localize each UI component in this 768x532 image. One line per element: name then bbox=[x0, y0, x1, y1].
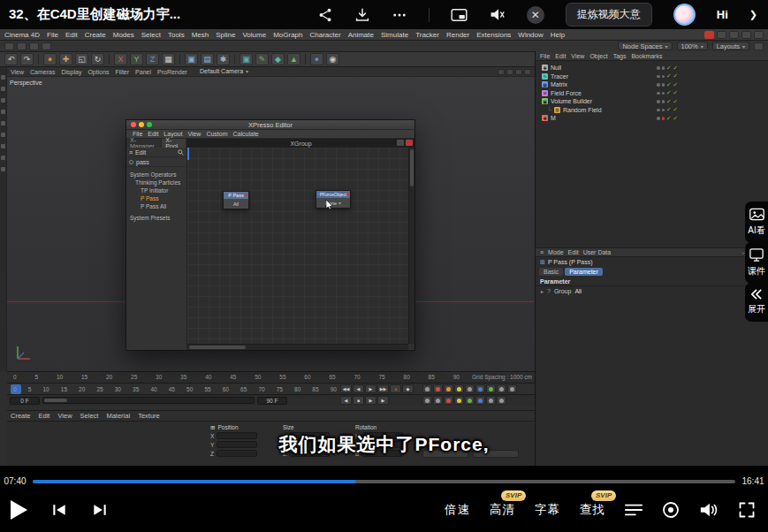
c4d-menu-item[interactable]: Window bbox=[518, 31, 543, 39]
add-volume-icon[interactable]: ◆ bbox=[271, 53, 285, 65]
object-row[interactable]: ≋ Field Force ✓✓ bbox=[536, 89, 768, 98]
next-key-button[interactable]: ▶▶ bbox=[377, 384, 389, 393]
hamburger-icon[interactable]: ≡ bbox=[129, 149, 133, 156]
layout-preset-icon[interactable] bbox=[741, 31, 751, 39]
viewport-menu-item[interactable]: Display bbox=[61, 69, 81, 75]
c4d-menu-item[interactable]: Select bbox=[141, 31, 161, 39]
xpresso-menu-item[interactable]: Calculate bbox=[233, 131, 259, 137]
tool-option-icon[interactable] bbox=[42, 42, 51, 50]
xgroup-close-icon[interactable] bbox=[406, 140, 413, 146]
mini-player-icon[interactable] bbox=[451, 8, 468, 22]
object-row[interactable]: └ ◍ Random Field ✓✓ bbox=[536, 106, 768, 115]
key-toggle[interactable] bbox=[497, 384, 506, 393]
object-row[interactable]: ∿ Tracer ✓✓ bbox=[536, 72, 768, 81]
xpresso-menu-item[interactable]: Custom bbox=[206, 131, 227, 137]
goto-next-frame-button[interactable]: ▶ bbox=[377, 396, 389, 405]
attribute-menu-item[interactable]: User Data bbox=[583, 249, 612, 255]
xpool-edit-menu[interactable]: Edit bbox=[135, 149, 146, 156]
om-menu-item[interactable]: View bbox=[571, 53, 584, 59]
share-icon[interactable] bbox=[317, 7, 333, 23]
group-value[interactable]: All bbox=[574, 288, 582, 294]
c4d-menu-item[interactable]: Modes bbox=[113, 31, 134, 39]
add-mograph-icon[interactable]: ▲ bbox=[287, 53, 300, 65]
tree-item[interactable]: System Presets bbox=[130, 214, 186, 222]
add-cube-icon[interactable]: ▣ bbox=[240, 53, 253, 65]
previous-episode-button[interactable] bbox=[50, 501, 68, 519]
slider-thumb[interactable] bbox=[44, 399, 67, 402]
tree-item-selected[interactable]: P Pass bbox=[130, 194, 186, 202]
tool-option-icon[interactable] bbox=[4, 42, 14, 50]
key-option[interactable] bbox=[444, 396, 453, 405]
axis-z-button[interactable]: Z bbox=[146, 53, 159, 65]
viewport-menu-item[interactable]: ProRender bbox=[157, 69, 187, 75]
c4d-menu-item[interactable]: Simulate bbox=[381, 31, 408, 39]
key-toggle[interactable] bbox=[507, 384, 517, 393]
layouts-select[interactable]: Layouts▾ bbox=[712, 42, 749, 50]
material-menu-item[interactable]: Select bbox=[80, 412, 99, 420]
viewport-label[interactable]: Perspective bbox=[10, 80, 42, 86]
view-toggle-icon[interactable] bbox=[498, 69, 505, 75]
c4d-menu-item[interactable]: Volume bbox=[242, 31, 266, 39]
coordinate-system-icon[interactable]: ▦ bbox=[162, 53, 175, 65]
material-menu-item[interactable]: Texture bbox=[138, 412, 160, 420]
om-menu-item[interactable]: File bbox=[540, 53, 550, 59]
notification-icon[interactable] bbox=[704, 31, 714, 39]
close-button[interactable]: ✕ bbox=[527, 6, 544, 24]
attribute-menu-item[interactable]: Edit bbox=[568, 249, 579, 255]
scale-tool-icon[interactable]: ◱ bbox=[75, 53, 88, 65]
caption-button[interactable]: 字幕 bbox=[535, 502, 560, 518]
more-icon[interactable] bbox=[392, 7, 407, 23]
tree-item[interactable]: System Operators bbox=[130, 171, 186, 179]
input-port[interactable] bbox=[317, 193, 320, 195]
layout-preset-icon[interactable] bbox=[754, 31, 764, 39]
hamburger-icon[interactable]: ≡ bbox=[540, 249, 544, 255]
key-option[interactable] bbox=[465, 396, 475, 405]
key-toggle[interactable] bbox=[422, 384, 432, 393]
key-toggle[interactable] bbox=[454, 384, 464, 393]
view-toggle-icon[interactable] bbox=[515, 69, 522, 75]
download-icon[interactable] bbox=[354, 7, 370, 23]
rotate-tool-icon[interactable]: ↻ bbox=[91, 53, 104, 65]
key-toggle[interactable] bbox=[444, 384, 453, 393]
c4d-menu-item[interactable]: Character bbox=[310, 31, 341, 39]
move-tool-icon[interactable]: ✚ bbox=[59, 53, 72, 65]
fullscreen-icon[interactable] bbox=[738, 501, 756, 519]
goto-start-button[interactable]: ◀◀ bbox=[340, 384, 352, 393]
play-button[interactable] bbox=[11, 500, 27, 520]
play-forward-button[interactable]: ▶ bbox=[365, 384, 376, 393]
axis-x-button[interactable]: X bbox=[114, 53, 127, 65]
panel-icon[interactable] bbox=[754, 42, 764, 50]
xpresso-titlebar[interactable]: XPresso Editor bbox=[126, 120, 414, 130]
c4d-menu-item[interactable]: Spline bbox=[216, 31, 235, 39]
viewport-menu-item[interactable]: Cameras bbox=[30, 69, 55, 75]
xpresso-menu-item[interactable]: Edit bbox=[148, 131, 158, 137]
material-menu-item[interactable]: Create bbox=[11, 412, 31, 420]
om-menu-item[interactable]: Object bbox=[589, 53, 607, 59]
object-row[interactable]: ✚ Null ✓✓ bbox=[536, 64, 768, 72]
key-toggle[interactable] bbox=[433, 384, 443, 393]
key-toggle[interactable] bbox=[486, 384, 496, 393]
group-parameter-row[interactable]: ▸ ? Group All bbox=[536, 286, 768, 295]
expand-button[interactable]: 展开 bbox=[745, 283, 768, 322]
mode-strip[interactable] bbox=[0, 67, 7, 371]
goto-prev-frame-button[interactable]: ◀ bbox=[340, 396, 352, 405]
c4d-menu-item[interactable]: Extensions bbox=[476, 31, 511, 39]
greeting-label[interactable]: Hi bbox=[717, 8, 728, 21]
key-option[interactable] bbox=[475, 396, 485, 405]
ai-view-button[interactable]: AI看 bbox=[745, 201, 768, 243]
undo-icon[interactable]: ↶ bbox=[4, 53, 18, 65]
node-spaces-select[interactable]: Node Spaces▾ bbox=[618, 42, 672, 50]
viewport-menu-item[interactable]: Filter bbox=[116, 69, 130, 75]
tab-basic[interactable]: Basic bbox=[539, 268, 563, 276]
chevron-right-icon[interactable]: ❯ bbox=[749, 9, 757, 20]
key-option[interactable] bbox=[454, 396, 464, 405]
xpool-search-row[interactable]: pass bbox=[126, 157, 186, 167]
timeline-ruler[interactable]: 051015202530354045505560657075808590 Gri… bbox=[7, 371, 535, 383]
parameter-section-header[interactable]: Parameter bbox=[536, 277, 768, 286]
window-zoom-icon[interactable] bbox=[147, 122, 152, 127]
object-row[interactable]: ▣ Volume Builder ✓✓ bbox=[536, 97, 768, 106]
tab-x-pool[interactable]: X-Pool bbox=[162, 139, 186, 148]
expand-icon[interactable]: ▸ bbox=[541, 288, 544, 294]
screen-record-icon[interactable] bbox=[662, 501, 680, 519]
courseware-button[interactable]: 课件 bbox=[745, 242, 768, 284]
